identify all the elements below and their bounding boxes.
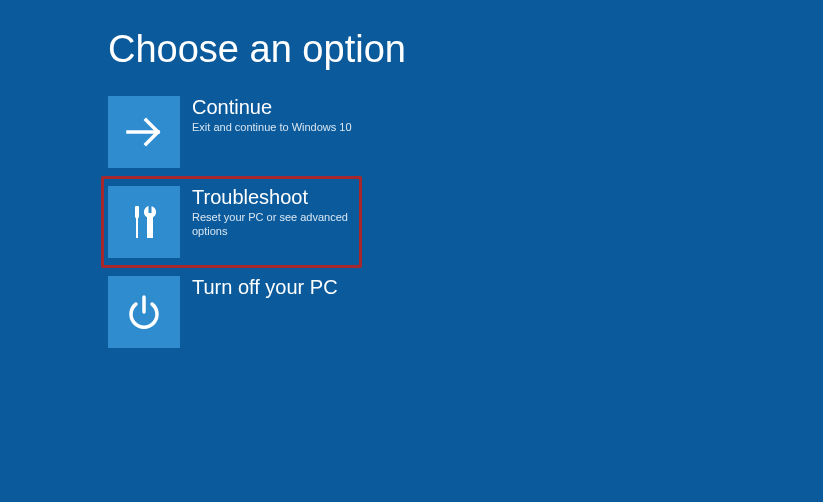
svg-rect-1 bbox=[135, 206, 139, 218]
option-turn-off[interactable]: Turn off your PC bbox=[108, 276, 362, 348]
option-turn-off-text: Turn off your PC bbox=[192, 276, 338, 300]
power-icon bbox=[108, 276, 180, 348]
option-continue-text: Continue Exit and continue to Windows 10 bbox=[192, 96, 352, 134]
arrow-right-icon bbox=[108, 96, 180, 168]
svg-rect-3 bbox=[149, 205, 152, 213]
options-list: Continue Exit and continue to Windows 10… bbox=[108, 96, 362, 366]
option-continue-subtitle: Exit and continue to Windows 10 bbox=[192, 120, 352, 134]
option-turn-off-title: Turn off your PC bbox=[192, 276, 338, 298]
option-troubleshoot-text: Troubleshoot Reset your PC or see advanc… bbox=[192, 186, 355, 239]
svg-rect-2 bbox=[136, 218, 138, 238]
tools-icon bbox=[108, 186, 180, 258]
option-continue-title: Continue bbox=[192, 96, 352, 118]
page-title: Choose an option bbox=[108, 28, 406, 71]
option-troubleshoot[interactable]: Troubleshoot Reset your PC or see advanc… bbox=[101, 176, 362, 268]
option-troubleshoot-subtitle: Reset your PC or see advanced options bbox=[192, 210, 355, 239]
option-troubleshoot-title: Troubleshoot bbox=[192, 186, 355, 208]
option-continue[interactable]: Continue Exit and continue to Windows 10 bbox=[108, 96, 362, 168]
